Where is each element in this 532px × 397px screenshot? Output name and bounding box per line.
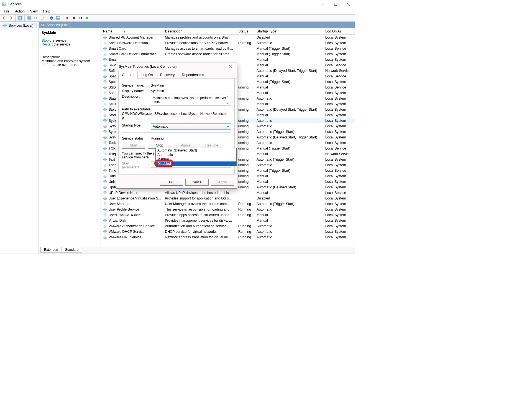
gear-icon <box>103 74 107 78</box>
gear-icon <box>103 202 107 206</box>
gear-icon <box>103 85 107 89</box>
dialog-tabs: General Log On Recovery Dependencies <box>116 71 237 79</box>
table-row[interactable]: VMware DHCP ServiceDHCP service for virt… <box>101 229 355 234</box>
table-row[interactable]: User ManagerUser Manager provides the ru… <box>101 201 355 207</box>
value-service-status: Running <box>151 136 164 140</box>
menu-bar: File Action View Help <box>0 8 355 14</box>
export-button[interactable] <box>39 15 45 21</box>
tree-item-services-local[interactable]: Services (Local) <box>2 23 37 28</box>
svg-rect-25 <box>80 17 80 19</box>
gear-icon <box>103 63 107 67</box>
view-tabs: Extended Standard <box>39 247 355 254</box>
table-row[interactable]: Shell Hardware DetectionProvides notific… <box>101 40 355 46</box>
gear-icon <box>103 102 107 106</box>
gear-icon <box>103 141 107 145</box>
gear-icon <box>103 91 107 95</box>
gear-icon <box>103 180 107 184</box>
col-logon[interactable]: Log On As <box>323 28 355 35</box>
apply-button: Apply <box>211 179 234 186</box>
selected-service-name: SysMain <box>42 31 98 35</box>
gear-icon <box>103 130 107 134</box>
tab-logon[interactable]: Log On <box>138 71 156 79</box>
col-name[interactable]: Name▲ <box>101 28 163 35</box>
gear-icon <box>3 24 7 27</box>
gear-icon <box>103 152 107 156</box>
menu-view[interactable]: View <box>28 9 40 14</box>
start-button: Start <box>122 142 145 149</box>
toolbar: ? <box>0 14 355 22</box>
startup-type-combo[interactable]: Automatic ▾ <box>151 123 231 130</box>
startup-type-dropdown[interactable]: Automatic (Delayed Start)AutomaticManual… <box>155 148 237 166</box>
dropdown-option[interactable]: Manual <box>156 157 236 161</box>
properties-button[interactable] <box>26 15 32 21</box>
table-row[interactable]: User Experience Virtualization S...Provi… <box>101 196 355 201</box>
label-start-params: Start parameters: <box>122 161 147 169</box>
table-row[interactable]: Shared PC Account ManagerManages profile… <box>101 35 355 40</box>
label-startup-type: Startup type: <box>122 123 147 127</box>
dropdown-option[interactable]: Automatic <box>156 153 236 157</box>
table-row[interactable]: Smart Card Device Enumeratio...Creates s… <box>101 51 355 57</box>
svg-rect-16 <box>28 17 30 19</box>
gear-icon <box>103 191 107 195</box>
pane-header-title: Services (Local) <box>47 23 71 27</box>
tab-extended[interactable]: Extended <box>40 247 62 253</box>
close-button[interactable] <box>342 0 355 8</box>
dialog-close-button[interactable] <box>227 63 234 70</box>
gear-icon <box>103 213 107 217</box>
restart-service-link[interactable]: Restart <box>42 42 53 46</box>
maximize-button[interactable] <box>329 0 342 8</box>
col-startup[interactable]: Startup Type <box>254 28 323 35</box>
menu-help[interactable]: Help <box>41 9 53 14</box>
tab-general[interactable]: General <box>118 71 138 79</box>
details-pane-button[interactable] <box>55 15 61 21</box>
pause-service-button[interactable] <box>78 15 84 21</box>
dropdown-option[interactable]: Disabled <box>156 161 236 166</box>
table-row[interactable]: Smart CardManages access to smart cards … <box>101 46 355 51</box>
description-spinner[interactable]: ▲▼ <box>226 95 230 105</box>
properties-dialog: SysMain Properties (Local Computer) Gene… <box>116 62 237 189</box>
col-status[interactable]: Status <box>236 28 254 35</box>
table-row[interactable]: User Profile ServiceThis service is resp… <box>101 207 355 212</box>
description-label: Description: <box>42 55 98 59</box>
table-row[interactable]: UserDataSvc_43bc5Provides apps access to… <box>101 212 355 218</box>
gear-icon <box>103 174 107 178</box>
gear-icon <box>103 119 107 123</box>
table-row[interactable]: Virtual DiskProvides management services… <box>101 218 355 223</box>
stop-service-link[interactable]: Stop <box>42 39 49 42</box>
dropdown-option[interactable]: Automatic (Delayed Start) <box>156 148 236 153</box>
menu-file[interactable]: File <box>2 9 12 14</box>
gear-icon <box>103 230 107 234</box>
show-hide-tree-button[interactable] <box>17 15 23 21</box>
chevron-down-icon: ▾ <box>227 125 229 129</box>
gear-icon <box>103 135 107 139</box>
col-description[interactable]: Description <box>163 28 236 35</box>
forward-button[interactable] <box>8 15 14 21</box>
svg-rect-23 <box>57 18 60 20</box>
gear-icon <box>103 208 107 211</box>
tab-dependencies[interactable]: Dependencies <box>178 71 208 79</box>
sort-asc-icon: ▲ <box>123 31 126 33</box>
help-button[interactable]: ? <box>48 15 55 21</box>
start-service-button[interactable] <box>64 15 70 21</box>
cancel-button[interactable]: Cancel <box>185 179 209 186</box>
gear-icon <box>103 47 107 50</box>
tab-recovery[interactable]: Recovery <box>157 71 178 79</box>
table-row[interactable]: UPnP Device HostAllows UPnP devices to b… <box>101 190 355 196</box>
back-button[interactable] <box>1 15 7 21</box>
gear-icon <box>103 196 107 200</box>
table-row[interactable]: VMware Authorization ServiceAuthorizatio… <box>101 223 355 229</box>
menu-action[interactable]: Action <box>13 9 27 14</box>
table-row[interactable]: SmaManualLocal System <box>101 57 355 62</box>
value-description[interactable]: Maintains and improves system performanc… <box>151 95 231 106</box>
restart-service-button[interactable] <box>84 15 90 21</box>
gear-icon <box>103 41 107 45</box>
minimize-button[interactable] <box>316 0 329 8</box>
tab-standard[interactable]: Standard <box>62 247 82 253</box>
svg-rect-27 <box>86 17 86 19</box>
gear-icon <box>103 158 107 161</box>
refresh-button[interactable] <box>33 15 39 21</box>
table-row[interactable]: VMware NAT ServiceNetwork address transl… <box>101 234 355 240</box>
value-service-name: SysMain <box>151 84 231 87</box>
stop-service-button[interactable] <box>71 15 77 21</box>
ok-button[interactable]: OK <box>160 179 183 186</box>
